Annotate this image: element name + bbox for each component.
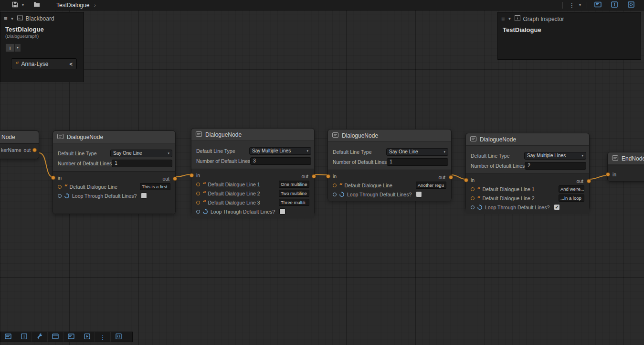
dialogue-line-port[interactable] — [196, 192, 200, 195]
edge-node4-to-end[interactable] — [590, 175, 607, 179]
overflow-button[interactable]: ⋮ — [95, 332, 111, 342]
add-property-caret-icon[interactable]: ▾ — [15, 43, 21, 52]
save-dropdown-caret-icon[interactable]: ▾ — [20, 3, 26, 7]
overflow-menu-button[interactable]: ⋮ — [567, 1, 577, 10]
play-button[interactable] — [79, 332, 95, 342]
dialogue-line-field[interactable]: ...in a loop — [559, 194, 584, 202]
dialogue-line-port[interactable] — [196, 201, 200, 205]
line-type-dropdown[interactable]: Say One Line ▾ — [386, 148, 448, 156]
count-label: Number of Default Lines — [331, 159, 387, 165]
dialogue-line-field[interactable]: Two multiline — [279, 190, 309, 197]
out-port[interactable] — [32, 148, 37, 152]
out-port[interactable] — [449, 175, 453, 179]
dialogue-line-field[interactable]: One multiline — [279, 181, 309, 188]
quote-icon: “ — [338, 183, 342, 187]
breadcrumb[interactable]: TestDialogue — [56, 2, 89, 9]
edge-node3-to-node4[interactable] — [452, 175, 465, 179]
expose-arrow-icon[interactable]: < — [70, 61, 73, 67]
node-properties: Default Line Type Say Multiple Lines ▾ N… — [466, 146, 589, 173]
blackboard-header[interactable]: ≡ ▼ Blackboard — [0, 12, 84, 24]
dialogue-line-port[interactable] — [333, 183, 337, 187]
inspector-icon — [515, 15, 520, 22]
in-port-label: in — [471, 177, 475, 183]
breadcrumb-separator-icon: › — [94, 2, 97, 9]
count-field[interactable]: 1 — [387, 158, 448, 166]
in-port[interactable] — [326, 174, 330, 178]
tools-button[interactable] — [32, 332, 48, 342]
hamburger-icon[interactable]: ≡ — [4, 16, 8, 21]
loop-label: Loop Through Default Lines? — [485, 205, 549, 210]
in-port[interactable] — [190, 173, 194, 177]
blackboard-field-anna-lyse[interactable]: “ Anna-Lyse < — [11, 58, 77, 69]
console-button[interactable] — [0, 332, 16, 342]
node-properties: Default Line Type Say One Line ▾ Number … — [328, 142, 451, 170]
loop-port[interactable] — [58, 194, 62, 198]
preview-toggle-button[interactable] — [624, 1, 638, 10]
node-title: EndNode — [622, 155, 644, 162]
graph-inspector-header[interactable]: ≡ ▼ Graph Inspector — [498, 12, 641, 24]
dialogue-line-field[interactable]: This is a first — [140, 183, 170, 190]
out-port[interactable] — [587, 179, 591, 183]
loop-checkbox[interactable] — [141, 193, 147, 199]
blackboard-toggle-button[interactable] — [591, 1, 604, 10]
dialogue-node-3[interactable]: DialogueNode Default Line Type Say One L… — [327, 129, 452, 201]
overflow-menu-caret-icon[interactable]: ▾ — [577, 3, 583, 7]
in-port[interactable] — [51, 175, 55, 180]
line-type-dropdown[interactable]: Say Multiple Lines ▾ — [249, 147, 311, 155]
blackboard-button[interactable] — [63, 332, 79, 342]
edge-node2-to-node3[interactable] — [315, 174, 327, 175]
count-field[interactable]: 2 — [525, 162, 586, 170]
dialogue-node-4[interactable]: DialogueNode Default Line Type Say Multi… — [465, 133, 590, 210]
dialogue-line-port[interactable] — [196, 183, 200, 186]
dialogue-line-port[interactable] — [471, 196, 475, 200]
dialogue-line-field[interactable]: And we're... — [559, 185, 584, 193]
open-asset-button[interactable] — [32, 1, 42, 10]
count-field[interactable]: 3 — [250, 157, 311, 165]
node-ports: out in “ Default Dialogue Line Another r… — [328, 170, 451, 201]
inspector-button[interactable] — [16, 332, 32, 342]
node-title: Node — [1, 134, 15, 140]
dialogue-node-2[interactable]: DialogueNode Default Line Type Say Multi… — [191, 128, 315, 215]
in-port[interactable] — [464, 178, 468, 182]
line-type-dropdown[interactable]: Say One Line ▾ — [110, 150, 172, 157]
loop-checkbox[interactable] — [416, 191, 422, 197]
loop-port[interactable] — [471, 205, 475, 209]
node-title-bar[interactable]: Node — [0, 131, 39, 143]
node-title-bar[interactable]: DialogueNode — [328, 129, 451, 142]
edge-speaker-to-node1[interactable] — [39, 153, 53, 177]
dropdown-caret-icon: ▾ — [581, 154, 583, 158]
out-port[interactable] — [312, 174, 316, 178]
dialogue-line-field[interactable]: Another regu — [416, 182, 446, 189]
add-property-button[interactable]: + — [5, 43, 15, 52]
collapse-arrow-icon[interactable]: ▼ — [508, 17, 512, 21]
window-button[interactable] — [48, 332, 63, 342]
node-properties: Default Line Type Say Multiple Lines ▾ N… — [191, 141, 314, 169]
line-type-dropdown[interactable]: Say Multiple Lines ▾ — [524, 152, 586, 160]
node-title-bar[interactable]: DialogueNode — [191, 129, 314, 141]
node-title-bar[interactable]: DialogueNode — [53, 131, 175, 143]
hamburger-icon[interactable]: ≡ — [501, 17, 505, 22]
count-field[interactable]: 1 — [112, 160, 172, 167]
quote-icon: “ — [202, 192, 206, 195]
node-title-bar[interactable]: DialogueNode — [466, 133, 589, 146]
dialogue-line-port[interactable] — [58, 185, 62, 189]
in-port[interactable] — [606, 172, 610, 176]
graph-inspector-toggle-button[interactable] — [608, 1, 621, 10]
save-button[interactable] — [10, 1, 20, 10]
dialogue-line-port[interactable] — [471, 187, 475, 191]
dropdown-value: Say Multiple Lines — [252, 148, 291, 153]
edge-node1-to-node2[interactable] — [176, 174, 191, 177]
loop-checkbox[interactable]: ✓ — [554, 204, 560, 210]
loop-port[interactable] — [333, 193, 337, 196]
collapse-arrow-icon[interactable]: ▼ — [11, 17, 14, 21]
speaker-node[interactable]: Node kerName out — [0, 130, 39, 159]
loop-checkbox[interactable] — [279, 208, 285, 215]
end-node[interactable]: EndNode in — [607, 152, 644, 182]
blackboard-field-name[interactable]: Anna-Lyse — [21, 61, 67, 67]
code-button[interactable] — [111, 332, 127, 342]
out-port[interactable] — [173, 176, 177, 181]
loop-port[interactable] — [196, 210, 200, 214]
dialogue-node-1[interactable]: DialogueNode Default Line Type Say One L… — [53, 130, 176, 214]
node-title-bar[interactable]: EndNode — [608, 152, 644, 165]
dialogue-line-field[interactable]: Three multili — [279, 199, 309, 206]
